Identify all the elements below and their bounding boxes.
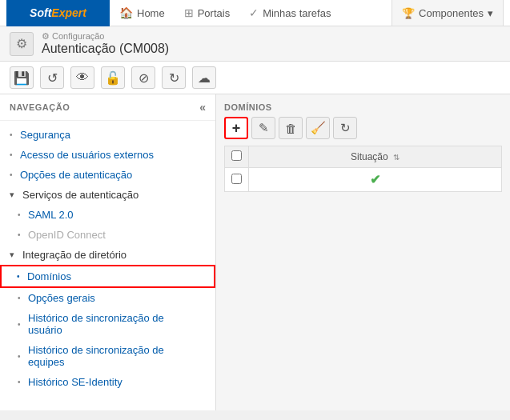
nav-componentes[interactable]: 🏆 Componentes ▾ — [392, 0, 504, 26]
sidebar-header: NAVEGAÇÃO « — [0, 94, 215, 121]
domains-table: Situação ⇅ ✔ — [224, 146, 502, 192]
trophy-icon: 🏆 — [402, 7, 415, 19]
top-navigation: SoftExpert 🏠 Home ⊞ Portais ✓ Minhas tar… — [0, 0, 510, 26]
main-content: NAVEGAÇÃO « Segurança Acesso de usuários… — [0, 94, 510, 410]
cloud-button[interactable]: ☁ — [192, 66, 216, 89]
clean-domain-button[interactable]: 🧹 — [306, 117, 330, 139]
delete-domain-button[interactable]: 🗑 — [279, 117, 303, 139]
sidebar: NAVEGAÇÃO « Segurança Acesso de usuários… — [0, 94, 216, 410]
sidebar-item-historico-sincronizacao-equipes[interactable]: Histórico de sincronização de equipes — [0, 340, 215, 372]
domains-section-label: DOMÍNIOS — [224, 102, 502, 112]
page-header: ⚙ ⚙ Configuração Autenticação (CM008) — [0, 26, 510, 62]
sidebar-item-label: Domínios — [27, 270, 71, 282]
sidebar-item-label: Opções de autenticação — [20, 169, 132, 181]
row-status-cell: ✔ — [249, 168, 502, 192]
cancel-button[interactable]: ⊘ — [131, 66, 155, 89]
nav-componentes-label: Componentes — [419, 7, 484, 19]
domains-toolbar: + ✎ 🗑 🧹 ↻ — [224, 117, 502, 139]
sort-icon: ⇅ — [393, 153, 400, 162]
page-title: Autenticação (CM008) — [42, 42, 169, 56]
row-checkbox-cell[interactable] — [225, 168, 249, 192]
chevron-down-icon: ▾ — [10, 190, 14, 200]
main-toolbar: 💾 ↺ 👁 🔓 ⊘ ↻ ☁ — [0, 62, 510, 94]
logo-expert: Expert — [51, 6, 86, 19]
sidebar-item-label: Acesso de usuários externos — [20, 149, 154, 161]
sidebar-item-label: Integração de diretório — [22, 249, 126, 261]
sidebar-item-seguranca[interactable]: Segurança — [0, 125, 215, 145]
sidebar-item-label: Histórico SE-Identity — [28, 376, 122, 388]
nav-home-label: Home — [137, 7, 165, 19]
sidebar-item-label: Segurança — [20, 129, 70, 141]
sidebar-item-opcoes-autenticacao[interactable]: Opções de autenticação — [0, 165, 215, 185]
sidebar-items: Segurança Acesso de usuários externos Op… — [0, 121, 215, 396]
sidebar-item-label: Serviços de autenticação — [22, 189, 139, 201]
portais-icon: ⊞ — [184, 6, 194, 19]
unlock-button[interactable]: 🔓 — [101, 66, 125, 89]
select-all-checkbox[interactable] — [231, 150, 242, 161]
home-icon: 🏠 — [119, 6, 133, 19]
nav-portais[interactable]: ⊞ Portais — [175, 0, 239, 26]
situacao-label: Situação — [351, 151, 388, 162]
sidebar-collapse-button[interactable]: « — [199, 101, 206, 114]
add-domain-button[interactable]: + — [224, 117, 248, 139]
nav-home[interactable]: 🏠 Home — [110, 0, 175, 26]
edit-domain-button[interactable]: ✎ — [251, 117, 275, 139]
view-button[interactable]: 👁 — [70, 66, 94, 89]
nav-items: 🏠 Home ⊞ Portais ✓ Minhas tarefas 🏆 Comp… — [110, 0, 504, 26]
col-checkbox-header — [225, 146, 249, 168]
chevron-down-icon: ▾ — [10, 250, 14, 260]
nav-minhas-tarefas-label: Minhas tarefas — [263, 7, 331, 19]
sidebar-item-servicos-autenticacao[interactable]: ▾ Serviços de autenticação — [0, 185, 215, 205]
col-situacao-header: Situação ⇅ — [249, 146, 502, 168]
nav-portais-label: Portais — [198, 7, 230, 19]
save-button[interactable]: 💾 — [10, 66, 34, 89]
sidebar-item-saml[interactable]: SAML 2.0 — [0, 205, 215, 225]
status-check-icon: ✔ — [370, 173, 380, 186]
sidebar-item-openid[interactable]: OpenID Connect — [0, 225, 215, 245]
nav-minhas-tarefas[interactable]: ✓ Minhas tarefas — [239, 0, 340, 26]
sync-domain-button[interactable]: ↻ — [333, 117, 357, 139]
sync-button[interactable]: ↻ — [162, 66, 186, 89]
sidebar-item-label: SAML 2.0 — [28, 209, 74, 221]
logo: SoftExpert — [6, 0, 110, 26]
sidebar-item-historico-se-identity[interactable]: Histórico SE-Identity — [0, 372, 215, 392]
sidebar-item-label: Opções gerais — [28, 292, 95, 304]
sidebar-item-label: OpenID Connect — [28, 229, 106, 241]
logo-soft: Soft — [30, 6, 51, 19]
refresh-button[interactable]: ↺ — [40, 66, 64, 89]
sidebar-label: NAVEGAÇÃO — [10, 102, 70, 112]
right-panel: DOMÍNIOS + ✎ 🗑 🧹 ↻ Situação ⇅ — [216, 94, 510, 410]
row-checkbox[interactable] — [231, 174, 242, 184]
sidebar-item-dominios[interactable]: Domínios — [0, 265, 215, 288]
check-icon: ✓ — [249, 6, 259, 19]
sidebar-item-label: Histórico de sincronização de usuário — [28, 312, 199, 336]
sidebar-item-acesso-usuarios[interactable]: Acesso de usuários externos — [0, 145, 215, 165]
sidebar-item-historico-sincronizacao-usuario[interactable]: Histórico de sincronização de usuário — [0, 308, 215, 340]
page-header-icon: ⚙ — [10, 32, 34, 56]
sidebar-item-integracao-diretorio[interactable]: ▾ Integração de diretório — [0, 245, 215, 265]
breadcrumb: ⚙ Configuração — [42, 31, 169, 42]
table-row: ✔ — [225, 168, 502, 192]
chevron-down-icon: ▾ — [488, 7, 493, 19]
sidebar-item-opcoes-gerais[interactable]: Opções gerais — [0, 288, 215, 308]
sidebar-item-label: Histórico de sincronização de equipes — [28, 344, 199, 368]
